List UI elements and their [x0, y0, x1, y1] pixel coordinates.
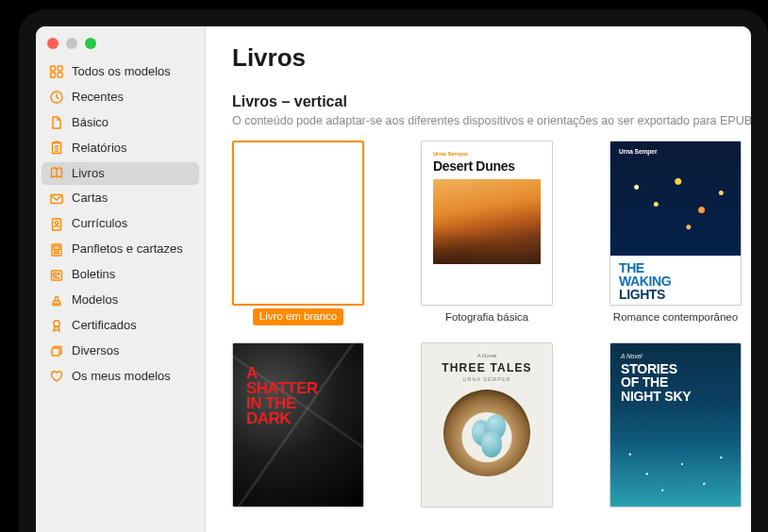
sidebar: Todos os modelos Recentes Básico	[36, 26, 206, 532]
sidebar-item-flyers[interactable]: Panfletos e cartazes	[42, 238, 199, 261]
sidebar-item-certificates[interactable]: Certificados	[42, 314, 199, 338]
svg-rect-9	[54, 246, 59, 250]
grid-icon	[49, 64, 64, 79]
template-thumbnail: Urna Semper Desert Dunes	[421, 141, 553, 306]
sidebar-item-newsletters[interactable]: Boletins	[42, 263, 199, 287]
template-thriller[interactable]: A SHATTER IN THE DARK	[232, 342, 364, 507]
envelope-icon	[49, 191, 64, 207]
sidebar-item-label: Cartas	[72, 191, 108, 207]
template-basic-photo[interactable]: Urna Semper Desert Dunes Fotografia bási…	[421, 141, 553, 325]
resume-icon	[49, 217, 64, 232]
cover-title-line: OF THE	[621, 375, 730, 390]
cover-subtitle: A Novel	[621, 353, 730, 359]
device-frame: Todos os modelos Recentes Básico	[19, 9, 768, 532]
template-grid-row-2: A SHATTER IN THE DARK A Novel THREE TALE…	[232, 342, 751, 507]
sidebar-item-label: Boletins	[72, 267, 115, 283]
sidebar-item-books[interactable]: Livros	[42, 162, 199, 186]
sidebar-item-basic[interactable]: Básico	[42, 111, 199, 135]
template-thumbnail: A Novel THREE TALES URNA SEMPER	[421, 342, 553, 507]
template-thumbnail: A Novel STORIES OF THE NIGHT SKY	[609, 342, 742, 507]
heart-icon	[49, 369, 64, 384]
sidebar-item-label: Currículos	[72, 216, 127, 232]
template-label: Livro em branco	[253, 308, 343, 325]
sidebar-item-label: Recentes	[72, 90, 124, 106]
template-thumbnail: Urna Semper THE WAKING LIGHTS	[609, 141, 742, 306]
cover-subtitle: A Novel	[422, 353, 552, 358]
document-icon	[49, 115, 64, 130]
zoom-window-button[interactable]	[85, 38, 96, 49]
page-title: Livros	[232, 43, 751, 73]
window-controls	[36, 26, 205, 57]
cover-title-line: STORIES	[621, 362, 730, 376]
cover-title: THE WAKING LIGHTS	[610, 256, 741, 305]
section-title: Livros – vertical	[232, 93, 751, 110]
sidebar-list: Todos os modelos Recentes Básico	[36, 57, 205, 394]
template-night-sky[interactable]: A Novel STORIES OF THE NIGHT SKY	[609, 342, 742, 507]
template-three-tales[interactable]: A Novel THREE TALES URNA SEMPER	[421, 342, 553, 507]
section-description: O conteúdo pode adaptar-se aos diferente…	[232, 114, 751, 127]
sidebar-item-my-templates[interactable]: Os meus modelos	[42, 365, 199, 389]
sidebar-item-label: Básico	[72, 115, 109, 131]
cover-author: Urna Semper	[619, 148, 657, 155]
sidebar-item-label: Relatórios	[72, 141, 127, 157]
template-contemporary-novel[interactable]: Urna Semper THE WAKING LIGHTS Romance co…	[609, 141, 742, 325]
svg-rect-1	[58, 66, 62, 71]
report-icon	[49, 141, 64, 156]
cover-title-line: WAKING	[619, 274, 732, 288]
cover-author: URNA SEMPER	[422, 376, 552, 382]
book-icon	[49, 166, 64, 181]
sidebar-item-recents[interactable]: Recentes	[42, 86, 199, 109]
sidebar-item-label: Certificados	[72, 318, 137, 334]
sidebar-item-all-templates[interactable]: Todos os modelos	[42, 60, 199, 84]
sidebar-item-letters[interactable]: Cartas	[42, 187, 199, 210]
template-label: Fotografia básica	[445, 311, 528, 324]
svg-rect-3	[58, 73, 62, 77]
sidebar-item-stationery[interactable]: Modelos	[42, 289, 199, 312]
cover-title-line: LIGHTS	[619, 288, 732, 301]
sidebar-item-miscellaneous[interactable]: Diversos	[42, 340, 199, 363]
flyer-icon	[49, 242, 64, 258]
stack-icon	[49, 343, 64, 358]
template-thumbnail: A SHATTER IN THE DARK	[232, 342, 364, 507]
template-label: Romance contemporâneo	[613, 311, 738, 324]
sidebar-item-reports[interactable]: Relatórios	[42, 137, 199, 160]
ribbon-icon	[49, 318, 64, 333]
sidebar-item-label: Modelos	[72, 292, 118, 308]
cover-title-line: DARK	[246, 411, 350, 426]
sidebar-item-label: Diversos	[72, 343, 120, 359]
cover-title-line: NIGHT SKY	[621, 390, 730, 404]
sidebar-item-label: Todos os modelos	[72, 64, 171, 80]
minimize-window-button[interactable]	[66, 38, 77, 49]
cover-art	[433, 179, 541, 264]
template-grid-row-1: Livro em branco Urna Semper Desert Dunes…	[232, 141, 751, 325]
template-thumbnail	[232, 141, 364, 306]
main-content: Livros Livros – vertical O conteúdo pode…	[206, 26, 751, 532]
svg-rect-12	[52, 348, 59, 356]
cover-title: THREE TALES	[422, 361, 552, 374]
window: Todos os modelos Recentes Básico	[36, 26, 751, 532]
sidebar-item-label: Panfletos e cartazes	[72, 241, 183, 258]
cover-title-line: THE	[619, 261, 732, 274]
cover-art	[443, 390, 530, 476]
stamp-icon	[49, 292, 64, 308]
cover-title: STORIES OF THE NIGHT SKY	[621, 362, 730, 404]
close-window-button[interactable]	[47, 38, 58, 49]
svg-rect-0	[51, 66, 56, 71]
sidebar-item-label: Os meus modelos	[72, 369, 171, 385]
cover-author: Urna Semper	[433, 151, 541, 157]
sidebar-item-resumes[interactable]: Currículos	[42, 212, 199, 236]
cover-title: Desert Dunes	[433, 158, 541, 174]
svg-point-11	[54, 321, 59, 326]
svg-rect-2	[51, 73, 56, 77]
cover-art	[610, 141, 741, 256]
template-blank-book[interactable]: Livro em branco	[232, 141, 364, 325]
svg-point-7	[55, 221, 58, 224]
sidebar-item-label: Livros	[72, 166, 105, 182]
clock-icon	[49, 90, 64, 105]
newsletter-icon	[49, 268, 64, 283]
